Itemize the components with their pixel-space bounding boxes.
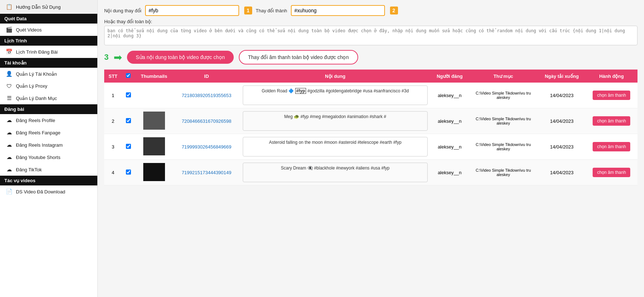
cell-hanhdong: chọn âm thanh — [586, 134, 637, 160]
cell-checkbox[interactable] — [122, 134, 135, 160]
sua-noi-dung-button[interactable]: Sửa nội dung toàn bộ video được chọn — [127, 51, 233, 64]
cell-checkbox[interactable] — [122, 108, 135, 134]
tai-khoan-icon: 👤 — [5, 71, 13, 77]
section-lich-trinh: Lịch Trình — [0, 36, 97, 46]
sidebar-item-label: Quét Videos — [16, 27, 42, 33]
sidebar-item-label: Đăng Youtube Shorts — [16, 155, 60, 160]
highlighted-tag: #fyp — [295, 88, 306, 94]
cell-id[interactable]: 7199215173444390149 — [173, 160, 240, 185]
section-tai-khoan: Tài khoản — [0, 58, 97, 68]
sidebar: 📋 Hướng Dẫn Sử Dụng Quét Data 🎬 Quét Vid… — [0, 0, 98, 297]
arrow-icon: ➡ — [114, 51, 122, 63]
sidebar-item-label: DS Video Đã Download — [16, 189, 65, 194]
cell-content: Meg 🐢 #fyp #meg #megalodon #animation #s… — [240, 108, 431, 134]
thaydoi-label: Thay đổi thành — [256, 8, 287, 13]
sidebar-item-label: Lịch Trình Đăng Bài — [16, 49, 58, 55]
row-checkbox[interactable] — [126, 144, 131, 149]
thumbnail-image — [143, 112, 165, 130]
lich-trinh-icon: 📅 — [5, 49, 13, 55]
chon-am-thanh-button[interactable]: chọn âm thanh — [593, 91, 630, 100]
chon-am-thanh-button[interactable]: chọn âm thanh — [593, 168, 630, 177]
badge-1: 1 — [244, 7, 252, 14]
section-quet-data: Quét Data — [0, 14, 97, 24]
col-id: ID — [173, 70, 240, 83]
bulk-textarea[interactable] — [104, 26, 637, 45]
cell-thumbnail — [135, 83, 173, 108]
cell-content: Scary Dream 👁‍🗨 #blackhole #newyork #ali… — [240, 160, 431, 185]
sidebar-item-lich-trinh-dang-bai[interactable]: 📅 Lịch Trình Đăng Bài — [0, 46, 97, 58]
cell-thumbnail — [135, 160, 173, 185]
reels-instagram-icon: ☁ — [5, 142, 13, 148]
thay-doi-am-thanh-button[interactable]: Thay đổi âm thanh toàn bộ video được chọ… — [239, 50, 358, 64]
thaydoi-input[interactable] — [291, 5, 385, 16]
cell-nguoidang: aleksey__n — [431, 83, 469, 108]
section-dang-bai: Đăng bài — [0, 104, 97, 114]
noidung-input[interactable] — [145, 5, 239, 16]
content-box[interactable]: Scary Dream 👁‍🗨 #blackhole #newyork #ali… — [243, 163, 428, 182]
sidebar-item-label: Hướng Dẫn Sử Dụng — [16, 4, 61, 10]
sidebar-item-dang-tiktok[interactable]: ☁ Đăng TikTok — [0, 163, 97, 176]
select-all-checkbox[interactable] — [126, 73, 131, 78]
sidebar-item-quan-ly-danh-muc[interactable]: ☰ Quản Lý Danh Mục — [0, 92, 97, 104]
youtube-shorts-icon: ☁ — [5, 154, 13, 160]
cell-thumuc: C:\Video Simple Tikdown\vu tru aleskey — [469, 134, 538, 160]
cell-thumbnail — [135, 134, 173, 160]
col-ngaytai: Ngày tải xuống — [538, 70, 586, 83]
sidebar-item-dang-reels-fanpage[interactable]: ☁ Đăng Reels Fanpage — [0, 126, 97, 139]
section-tac-vu-videos: Tác vụ videos — [0, 176, 97, 185]
cell-checkbox[interactable] — [122, 83, 135, 108]
sidebar-item-label: Đăng TikTok — [16, 167, 42, 172]
cell-content: Asteroid falling on the moon #moon #aste… — [240, 134, 431, 160]
thumbnail-image — [143, 163, 165, 181]
content-box[interactable]: Meg 🐢 #fyp #meg #megalodon #animation #s… — [243, 111, 428, 131]
badge-3: 3 — [104, 53, 109, 62]
cell-ngaytai: 14/04/2023 — [538, 108, 586, 134]
tiktok-icon: ☁ — [5, 166, 13, 173]
cell-id[interactable]: 7218038920519355653 — [173, 83, 240, 108]
cell-hanhdong: chọn âm thanh — [586, 160, 637, 185]
row-checkbox[interactable] — [126, 118, 131, 123]
col-noidung: Nội dung — [240, 70, 431, 83]
cell-id[interactable]: 7208466631670926598 — [173, 108, 240, 134]
main-content: Nội dung thay đổi 1 Thay đổi thành 2 Hoặ… — [98, 0, 644, 297]
cell-nguoidang: aleksey__n — [431, 134, 469, 160]
col-thumuc: Thư mục — [469, 70, 538, 83]
cell-content: Golden Road 🔷 #fyp #godzilla #goldengate… — [240, 83, 431, 108]
col-stt: STT — [104, 70, 122, 83]
content-box[interactable]: Golden Road 🔷 #fyp #godzilla #goldengate… — [243, 85, 428, 105]
col-nguoidang: Người đăng — [431, 70, 469, 83]
cell-nguoidang: aleksey__n — [431, 160, 469, 185]
row-checkbox[interactable] — [126, 170, 131, 175]
cell-thumuc: C:\Video Simple Tikdown\vu tru aleskey — [469, 108, 538, 134]
sidebar-item-label: Đăng Reels Profile — [16, 118, 55, 123]
sidebar-item-ds-video-da-download[interactable]: 📄 DS Video Đã Download — [0, 185, 97, 198]
cell-thumbnail — [135, 108, 173, 134]
sidebar-item-huong-dan[interactable]: 📋 Hướng Dẫn Sử Dụng — [0, 0, 97, 14]
cell-ngaytai: 14/04/2023 — [538, 83, 586, 108]
cell-stt: 2 — [104, 108, 122, 134]
cell-checkbox[interactable] — [122, 160, 135, 185]
or-label: Hoặc thay đổi toàn bộ: — [104, 19, 637, 24]
row-checkbox[interactable] — [126, 92, 131, 97]
replace-row: Nội dung thay đổi 1 Thay đổi thành 2 — [104, 5, 637, 16]
sidebar-item-quan-ly-proxy[interactable]: 🛡 Quản Lý Proxy — [0, 80, 97, 92]
chon-am-thanh-button[interactable]: chọn âm thanh — [593, 142, 630, 151]
cell-hanhdong: chọn âm thanh — [586, 83, 637, 108]
content-box[interactable]: Asteroid falling on the moon #moon #aste… — [243, 137, 428, 156]
sidebar-item-dang-youtube-shorts[interactable]: ☁ Đăng Youtube Shorts — [0, 151, 97, 163]
thumbnail-image — [143, 137, 165, 155]
cell-thumuc: C:\Video Simple Tikdown\vu tru aleskey — [469, 160, 538, 185]
col-hanhdong: Hành động — [586, 70, 637, 83]
chon-am-thanh-button[interactable]: chọn âm thanh — [593, 116, 630, 126]
sidebar-item-label: Đăng Reels Instagram — [16, 142, 63, 148]
sidebar-item-dang-reels-profile[interactable]: ☁ Đăng Reels Profile — [0, 114, 97, 126]
cell-stt: 1 — [104, 83, 122, 108]
sidebar-item-dang-reels-instagram[interactable]: ☁ Đăng Reels Instagram — [0, 139, 97, 151]
cell-id[interactable]: 7199993026456849669 — [173, 134, 240, 160]
table-row: 27208466631670926598Meg 🐢 #fyp #meg #meg… — [104, 108, 637, 134]
col-check — [122, 70, 135, 83]
sidebar-item-quan-ly-tai-khoan[interactable]: 👤 Quản Lý Tài Khoản — [0, 68, 97, 80]
sidebar-item-label: Quản Lý Danh Mục — [16, 96, 57, 101]
action-row: 3 ➡ Sửa nội dung toàn bộ video được chọn… — [104, 50, 637, 64]
sidebar-item-quet-videos[interactable]: 🎬 Quét Videos — [0, 24, 97, 36]
